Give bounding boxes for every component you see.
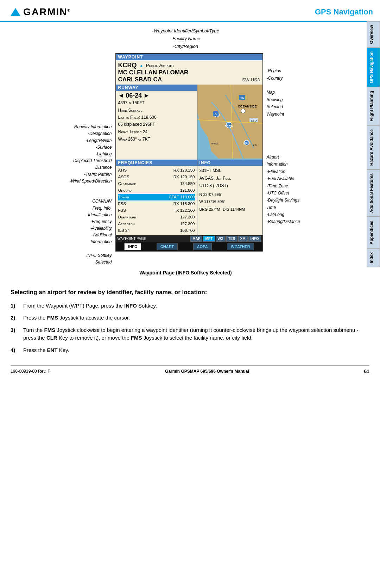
right-sidebar: Overview GPS Navigation Flight Planning …: [367, 21, 380, 267]
footer-part-number: 190-00919-00 Rev. F: [11, 369, 50, 374]
diagram-container: Runway Information-Designation-Length/Wi…: [52, 53, 319, 266]
freq-name-fss2: FSS: [118, 207, 143, 214]
freq-row-ils: ILS 24 108.700: [118, 227, 195, 234]
sidebar-tab-hazard-avoidance[interactable]: Hazard Avoidance: [367, 125, 380, 169]
freq-row-atis: ATIS RX 120.150: [118, 167, 195, 174]
list-text-2: Press the FMS Joystick to activate the c…: [23, 314, 369, 322]
freq-name-fss1: FSS: [118, 200, 143, 207]
left-annotation-panel: Runway Information-Designation-Length/Wi…: [52, 53, 115, 266]
page-footer: 190-00919-00 Rev. F Garmin GPSMAP 695/69…: [11, 365, 369, 377]
right-label-map: MapShowingSelectedWaypoint: [267, 89, 319, 118]
waypoint-section-header: WAYPOINT: [116, 54, 262, 60]
sidebar-tab-flight-planning[interactable]: Flight Planning: [367, 87, 380, 125]
top-annotations: -Waypoint Identifier/Symbol/Type -Facili…: [11, 27, 361, 50]
sidebar-tab-index[interactable]: Index: [367, 248, 380, 267]
list-text-4: Press the ENT Key.: [23, 346, 369, 354]
runway-length-width: 4897 × 150FT: [118, 99, 195, 106]
page-header: GARMIN® GPS Navigation: [0, 0, 380, 22]
freq-val-clearance: 134.850: [180, 180, 195, 187]
bold-ent: ENT: [47, 347, 58, 353]
softkey-wx-btn[interactable]: WX: [216, 236, 226, 242]
map-panel: KCRQ KNFG KNKX OCEANSIDE BNM KS: [197, 85, 262, 160]
list-text-3: Turn the FMS Joystick clockwise to begin…: [23, 326, 369, 342]
list-item-4: 4) Press the ENT Key.: [11, 346, 369, 354]
freq-info-section: FREQUENCIES ATIS RX 120.150 ASOS RX 120.…: [116, 160, 262, 235]
info-utc: UTC-8 (-7DST): [200, 182, 260, 190]
frequencies-body: ATIS RX 120.150 ASOS RX 120.150 Clearanc…: [116, 166, 197, 235]
info-coordinates: N 33°07.695'W 117°16.805': [200, 191, 260, 205]
waypoint-type: Public Airport: [146, 63, 175, 68]
left-label-comnav: COM/NAVFreq. Info.-Identification-Freque…: [52, 198, 112, 245]
sidebar-tab-appendices[interactable]: Appendices: [367, 217, 380, 248]
info-bearing-distance: BRG 257°M DIS 1144NM: [200, 206, 260, 213]
waypoint-name: MC CLELLAN PALOMAR: [118, 69, 260, 76]
middle-section: RUNWAY ◄ 06-24 ► 4897 × 150FT Hard Surfa…: [116, 85, 262, 160]
list-item-2: 2) Press the FMS Joystick to activate th…: [11, 314, 369, 322]
right-label-airport-info: AirportInformation-Elevation-Fuel Availa…: [267, 154, 319, 225]
softkey-xm-btn[interactable]: XM: [238, 236, 248, 242]
freq-name-tower: Tower: [118, 194, 143, 200]
footer-manual-title: Garmin GPSMAP 695/696 Owner's Manual: [165, 369, 249, 374]
svg-text:5: 5: [215, 112, 216, 116]
annotation-facility-name: -Facility Name: [11, 35, 361, 43]
svg-text:BNM: BNM: [211, 142, 218, 145]
runway-displaced: 06 displaced 295FT: [118, 121, 195, 128]
runway-traffic: Right Traffic 24: [118, 128, 195, 135]
freq-row-fss2: FSS TX 122.100: [118, 207, 195, 214]
softkey-chart-btn[interactable]: CHART: [157, 243, 178, 250]
freq-val-tower: CTAF 118.600: [169, 194, 195, 200]
softkey-right-buttons: MAP MPT WX TER XM INFO: [190, 236, 261, 242]
softkey-ter-btn[interactable]: TER: [226, 236, 238, 242]
softkey-map-btn[interactable]: MAP: [190, 236, 202, 242]
freq-row-fss1: FSS RX 115.300: [118, 200, 195, 207]
numbered-list: 1) From the Waypoint (WPT) Page, press t…: [11, 302, 369, 354]
sidebar-tab-additional-features[interactable]: Additional Features: [367, 169, 380, 217]
softkey-info-btn[interactable]: INFO: [248, 236, 261, 242]
svg-text:KS: KS: [253, 144, 257, 147]
frequencies-header: FREQUENCIES: [116, 160, 197, 166]
waypoint-arrow-icon: ⬥: [140, 62, 143, 69]
info-brg-val: BRG 257°M: [200, 206, 220, 213]
list-num-3: 3): [11, 326, 19, 334]
waypoint-body: KCRQ ⬥ Public Airport MC CLELLAN PALOMAR…: [116, 60, 262, 85]
garmin-wordmark: GARMIN®: [23, 6, 71, 18]
softkey-aopa-btn[interactable]: AOPA: [193, 243, 212, 250]
softkey-weather-btn[interactable]: WEATHER: [227, 243, 254, 250]
list-num-2: 2): [11, 314, 19, 322]
info-panel: INFO 331FT MSL AVGAS, Jet Fuel UTC-8 (-7…: [197, 160, 262, 235]
sidebar-tab-overview[interactable]: Overview: [367, 21, 380, 48]
freq-val-fss2: TX 122.100: [174, 207, 195, 214]
runway-arrow-right-icon: ►: [143, 92, 150, 99]
softkey-mpt-btn[interactable]: MPT: [203, 236, 215, 242]
softkey-page-label: WAYPOINT PAGE: [118, 237, 146, 241]
softkey-top-bar: WAYPOINT PAGE MAP MPT WX TER XM INFO: [116, 235, 262, 242]
softkey-info-main-btn[interactable]: INFO: [124, 243, 141, 250]
list-text-1: From the Waypoint (WPT) Page, press the …: [23, 302, 369, 310]
waypoint-ident: KCRQ: [118, 62, 137, 69]
right-label-region: -Region-Country: [267, 67, 319, 82]
annotation-city-region: -City/Region: [11, 43, 361, 50]
waypoint-city-row: CARLSBAD CA SW USA: [118, 76, 260, 83]
freq-row-ground: Ground 121.800: [118, 187, 195, 194]
bold-fms-3: FMS: [131, 335, 142, 341]
bold-fms-1: FMS: [47, 315, 58, 321]
annotation-waypoint-id: -Waypoint Identifier/Symbol/Type: [11, 27, 361, 35]
info-header: INFO: [197, 160, 262, 166]
freq-val-departure: 127.300: [180, 214, 195, 221]
info-dis-val: DIS 1144NM: [223, 206, 245, 213]
runway-header: RUNWAY: [116, 85, 197, 91]
main-content: -Waypoint Identifier/Symbol/Type -Facili…: [0, 22, 380, 288]
sidebar-tab-gps-navigation[interactable]: GPS Navigation: [367, 48, 380, 87]
waypoint-region: SW USA: [242, 77, 260, 82]
figure-caption: Waypoint Page (INFO Softkey Selected): [11, 270, 361, 276]
freq-row-clearance: Clearance 134.850: [118, 180, 195, 187]
freq-val-fss1: RX 115.300: [173, 200, 195, 207]
info-elevation: 331FT MSL: [200, 167, 260, 175]
freq-val-ils: 108.700: [180, 227, 195, 234]
map-svg: KCRQ KNFG KNKX OCEANSIDE BNM KS: [197, 85, 262, 159]
frequencies-panel: FREQUENCIES ATIS RX 120.150 ASOS RX 120.…: [116, 160, 197, 235]
runway-number: 06-24: [126, 92, 142, 99]
garmin-logo: GARMIN®: [11, 6, 71, 18]
left-label-info-softkey: INFO SoftkeySelected: [52, 252, 112, 266]
freq-name-ground: Ground: [118, 187, 143, 194]
